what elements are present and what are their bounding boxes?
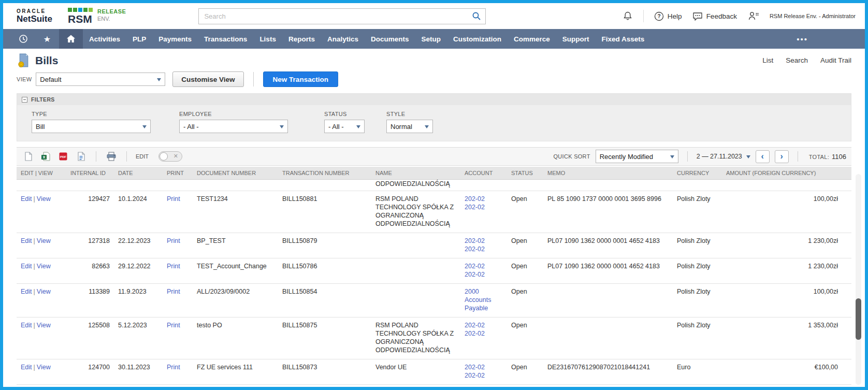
user-role-label[interactable]: RSM Release Env. - Administrator [770,13,856,19]
bills-table: EDIT | VIEWINTERNAL IDDATEPRINTDOCUMENT … [17,167,851,390]
column-header-memo[interactable]: MEMO [543,167,673,180]
column-header-trans[interactable]: TRANSACTION NUMBER [278,167,371,180]
page-range-select[interactable]: 2 — 27.11.2023 [697,153,750,161]
column-header-account[interactable]: ACCOUNT [460,167,507,180]
filters-header[interactable]: FILTERS [17,94,851,105]
pdf-export-icon[interactable]: PDF [57,150,69,163]
view-link[interactable]: View [37,195,51,203]
help-icon: ? [654,11,664,21]
nav-item-support[interactable]: Support [556,29,596,49]
edit-link[interactable]: Edit [21,288,32,295]
feedback-link[interactable]: Feedback [692,11,737,21]
edit-toggle[interactable]: ✕ [158,151,182,162]
account-link[interactable]: 202-02 202-02 [465,322,485,337]
toolbar-divider [126,151,127,162]
view-link[interactable]: View [37,364,51,371]
customise-view-button[interactable]: Customise View [172,71,243,87]
memo-cell [543,317,673,359]
nav-item-lists[interactable]: Lists [253,29,282,49]
account-link[interactable]: 202-02 202-02 [465,263,485,278]
svg-text:?: ? [657,13,660,19]
style-filter-select[interactable]: Normal [386,120,433,133]
account-link[interactable]: 202-02 202-02 [465,364,485,379]
status-cell: Open [507,284,543,317]
view-select[interactable]: Default [36,73,165,86]
scrollbar-thumb[interactable] [856,298,861,340]
user-role-icon[interactable] [747,11,759,21]
toolbar-divider [687,151,688,162]
nav-item-customization[interactable]: Customization [447,29,508,49]
audit-trail-link[interactable]: Audit Trail [820,56,851,64]
collapse-icon[interactable] [22,97,27,103]
edit-link[interactable]: Edit [21,263,32,270]
nav-item-documents[interactable]: Documents [365,29,415,49]
type-filter-value: Bill [36,123,45,131]
chevron-down-icon [157,78,161,83]
document-number-cell: BP_TEST [193,233,278,258]
view-link[interactable]: View [37,322,51,329]
column-header-editview[interactable]: EDIT | VIEW [17,167,66,180]
netsuite-bills-page: ORACLE NetSuite RSM RELEASE ENV. [0,0,868,390]
type-filter-select[interactable]: Bill [32,120,151,133]
print-link[interactable]: Print [167,322,180,329]
prev-page-button[interactable]: ‹ [756,150,770,163]
nav-item-setup[interactable]: Setup [415,29,447,49]
list-link[interactable]: List [762,56,773,64]
status-filter-select[interactable]: - All - [324,120,365,133]
excel-export-icon[interactable]: X [39,150,52,163]
nav-item-reports[interactable]: Reports [282,29,321,49]
search-input[interactable] [198,8,486,24]
nav-item-fixed-assets[interactable]: Fixed Assets [596,29,651,49]
column-header-doc[interactable]: DOCUMENT NUMBER [193,167,278,180]
vertical-scrollbar[interactable] [856,174,861,385]
quick-sort-select[interactable]: Recently Modified [596,150,678,163]
column-header-status[interactable]: STATUS [507,167,543,180]
nav-item-transactions[interactable]: Transactions [198,29,253,49]
nav-item-commerce[interactable]: Commerce [508,29,556,49]
print-link[interactable]: Print [167,237,180,244]
recent-records-icon[interactable] [11,29,35,49]
account-link[interactable]: 202-02 202-02 [465,237,485,253]
view-link[interactable]: View [37,263,51,270]
edit-link[interactable]: Edit [21,322,32,329]
view-link[interactable]: View [37,237,51,244]
column-header-name[interactable]: NAME [371,167,460,180]
document-number-cell: FZ UE services 111 [193,359,278,385]
doc-export-icon[interactable] [75,150,87,163]
help-link[interactable]: ? Help [654,11,682,21]
search-link[interactable]: Search [786,56,808,64]
list-toolbar: X PDF EDIT ✕ QUICK SORT Recently Modifie… [17,147,851,166]
edit-link[interactable]: Edit [21,364,32,371]
column-header-id[interactable]: INTERNAL ID [66,167,114,180]
print-link[interactable]: Print [167,364,180,371]
print-link[interactable]: Print [167,263,180,270]
new-transaction-button[interactable]: New Transaction [263,71,338,87]
view-link[interactable]: View [37,288,51,295]
csv-export-icon[interactable] [22,150,34,163]
column-header-amount[interactable]: AMOUNT (FOREIGN CURRENCY) [722,167,851,180]
netsuite-logo[interactable]: ORACLE NetSuite [17,8,52,24]
nav-item-payments[interactable]: Payments [152,29,198,49]
nav-item-plp[interactable]: PLP [126,29,152,49]
print-link[interactable]: Print [167,195,180,203]
status-filter-value: - All - [328,123,344,131]
column-header-currency[interactable]: CURRENCY [673,167,722,180]
column-header-date[interactable]: DATE [114,167,163,180]
column-header-print[interactable]: PRINT [163,167,193,180]
nav-item-activities[interactable]: Activities [83,29,126,49]
account-link[interactable]: 2000 Accounts Payable [465,288,491,312]
shortcuts-star-icon[interactable]: ★ [35,29,59,49]
home-icon[interactable] [59,29,83,49]
nav-more-icon[interactable]: ••• [797,29,808,49]
search-icon[interactable] [472,11,481,23]
next-page-button[interactable]: › [775,150,789,163]
edit-link[interactable]: Edit [21,237,32,244]
print-link[interactable]: Print [167,288,180,295]
print-icon[interactable] [105,150,118,163]
employee-filter-select[interactable]: - All - [179,120,288,133]
account-link[interactable]: 202-02 202-02 [465,195,485,211]
nav-item-analytics[interactable]: Analytics [321,29,365,49]
notifications-icon[interactable] [623,11,633,21]
edit-link[interactable]: Edit [21,195,32,203]
name-cell [371,233,460,258]
